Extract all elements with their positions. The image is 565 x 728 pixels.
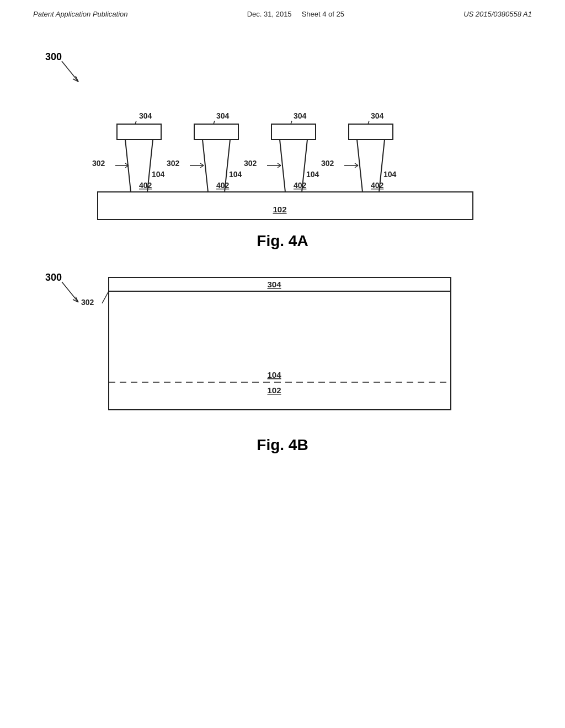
fig4b-diagram-svg: 304 302 104 102 <box>76 266 489 432</box>
header-date-sheet: Dec. 31, 2015 Sheet 4 of 25 <box>247 10 344 18</box>
fig4a-section: 300 102 <box>34 51 531 250</box>
svg-text:104: 104 <box>383 170 397 179</box>
fig4a-diagram-svg: 102 304 304 304 304 302 302 <box>76 51 489 228</box>
svg-rect-5 <box>117 124 161 140</box>
svg-text:304: 304 <box>267 280 281 289</box>
svg-text:102: 102 <box>267 386 281 395</box>
svg-rect-7 <box>194 124 238 140</box>
svg-text:402: 402 <box>294 181 307 190</box>
svg-rect-9 <box>271 124 316 140</box>
svg-line-0 <box>62 61 78 82</box>
header-date: Dec. 31, 2015 <box>247 10 292 18</box>
svg-text:304: 304 <box>294 111 307 120</box>
svg-line-53 <box>102 291 109 303</box>
svg-text:102: 102 <box>273 205 286 214</box>
svg-text:302: 302 <box>167 159 180 168</box>
fig4a-arrow-300 <box>45 51 89 90</box>
svg-text:304: 304 <box>139 111 152 120</box>
header-publication-type: Patent Application Publication <box>33 10 128 18</box>
page-content: 300 102 <box>0 24 565 465</box>
fig4b-section: 300 304 302 104 102 Fig. 4B <box>34 266 531 454</box>
svg-text:304: 304 <box>371 111 384 120</box>
svg-text:302: 302 <box>244 159 257 168</box>
header-patent-number: US 2015/0380558 A1 <box>463 10 532 18</box>
svg-text:302: 302 <box>92 159 105 168</box>
fig4b-caption: Fig. 4B <box>34 436 531 454</box>
fig4a-caption: Fig. 4A <box>34 232 531 250</box>
svg-text:402: 402 <box>371 181 384 190</box>
fig4b-arrow-300 <box>45 272 89 311</box>
svg-text:104: 104 <box>306 170 319 179</box>
svg-text:402: 402 <box>139 181 152 190</box>
svg-text:304: 304 <box>216 111 230 120</box>
header-sheet: Sheet 4 of 25 <box>302 10 344 18</box>
svg-line-45 <box>62 282 78 302</box>
svg-text:104: 104 <box>267 370 281 379</box>
svg-rect-11 <box>349 124 393 140</box>
svg-text:104: 104 <box>229 170 242 179</box>
svg-text:302: 302 <box>321 159 334 168</box>
svg-text:104: 104 <box>152 170 165 179</box>
page-header: Patent Application Publication Dec. 31, … <box>0 0 565 24</box>
svg-text:402: 402 <box>216 181 230 190</box>
